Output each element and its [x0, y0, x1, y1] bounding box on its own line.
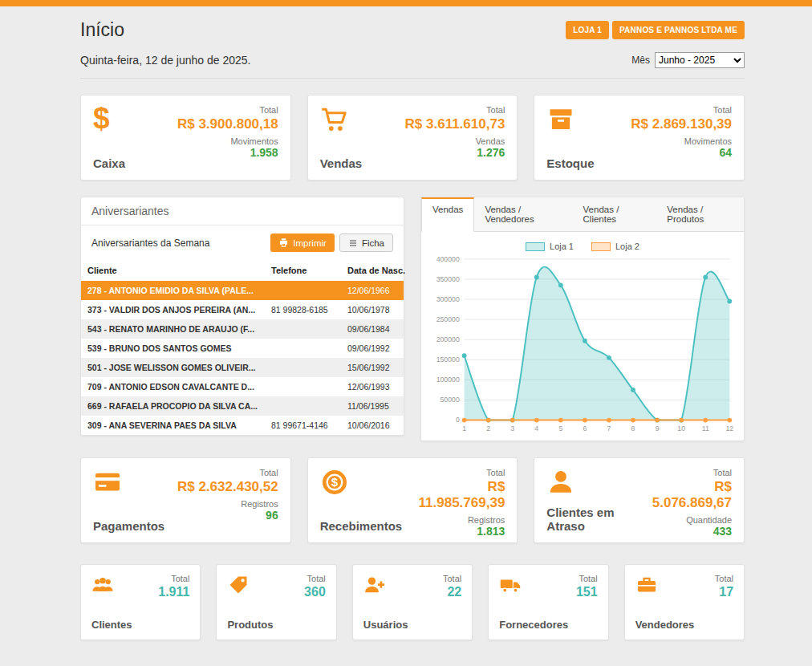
- caixa-total-label: Total: [177, 105, 278, 115]
- usuarios-label: Usuários: [363, 619, 408, 631]
- clientes-atraso-label: Clientes em Atraso: [546, 506, 643, 533]
- tab-vendas[interactable]: Vendas: [421, 197, 474, 232]
- vendas-count-label: Vendas: [405, 136, 505, 146]
- birthdays-table: Cliente Telefone Data de Nasc. 278 - ANT…: [81, 260, 404, 435]
- svg-text:2: 2: [486, 424, 490, 432]
- recebimentos-card: $ Recebimentos Total R$ 11.985.769,39 Re…: [307, 457, 518, 543]
- clientes-atraso-count-value: 433: [643, 525, 732, 538]
- table-row[interactable]: 539 - BRUNO DOS SANTOS GOMES 09/06/1992: [81, 339, 404, 358]
- legend-label-loja2: Loja 2: [615, 242, 639, 251]
- table-row[interactable]: 709 - ANTONIO EDSON CAVALCANTE D... 12/0…: [81, 377, 404, 396]
- vendas-card: Vendas Total R$ 3.611.610,73 Vendas 1.27…: [307, 95, 518, 181]
- list-icon: [348, 238, 358, 248]
- ficha-button[interactable]: Ficha: [339, 234, 393, 252]
- usuarios-total-value: 22: [443, 585, 461, 599]
- legend-item-loja1[interactable]: Loja 1: [526, 242, 574, 251]
- svg-text:200000: 200000: [436, 335, 460, 343]
- summary-cards-row: $ Caixa Total R$ 3.900.800,18 Movimentos…: [80, 95, 745, 181]
- truck-icon: [499, 574, 522, 596]
- col-cliente: Cliente: [81, 260, 265, 281]
- chart-tabs: Vendas Vendas / Vendedores Vendas / Clie…: [421, 197, 744, 232]
- legend-item-loja2[interactable]: Loja 2: [591, 242, 639, 251]
- svg-text:11: 11: [702, 424, 709, 432]
- page-header: Início LOJA 1 PANNOS E PANNOS LTDA ME: [80, 19, 745, 41]
- vendas-label: Vendas: [320, 156, 363, 170]
- sales-chart-panel: Vendas Vendas / Vendedores Vendas / Clie…: [420, 197, 745, 441]
- svg-text:5: 5: [558, 424, 562, 432]
- table-header-row: Cliente Telefone Data de Nasc.: [81, 260, 404, 281]
- usuarios-card: Usuários Total 22: [352, 564, 473, 640]
- loja2-swatch-icon: [591, 242, 611, 251]
- birthdays-subtitle: Aniversariantes da Semana: [91, 238, 209, 249]
- table-row[interactable]: 278 - ANTONIO EMIDIO DA SILVA (PALE... 1…: [81, 281, 404, 300]
- tab-vendas-vendedores[interactable]: Vendas / Vendedores: [474, 197, 572, 231]
- birthdays-panel: Aniversariantes Aniversariantes da Seman…: [80, 197, 404, 436]
- svg-text:50000: 50000: [441, 396, 460, 404]
- user-plus-icon: [363, 574, 386, 596]
- store-button[interactable]: LOJA 1: [566, 21, 609, 39]
- pagamentos-count-value: 96: [177, 509, 278, 522]
- svg-text:3: 3: [510, 424, 514, 432]
- pagamentos-total-label: Total: [177, 468, 278, 477]
- table-row[interactable]: 543 - RENATO MARINHO DE ARAUJO (F... 09/…: [81, 319, 404, 339]
- coin-icon: $: [320, 468, 349, 497]
- vendedores-label: Vendedores: [635, 619, 695, 631]
- pagamentos-count-label: Registros: [177, 499, 278, 509]
- dollar-icon: $: [93, 105, 125, 132]
- month-select[interactable]: Junho - 2025: [655, 52, 745, 68]
- svg-text:1: 1: [462, 424, 466, 432]
- legend-label-loja1: Loja 1: [550, 242, 574, 251]
- recebimentos-count-value: 1.813: [402, 525, 505, 538]
- current-date: Quinta-feira, 12 de junho de 2025.: [80, 54, 251, 67]
- recebimentos-label: Recebimentos: [320, 519, 403, 533]
- svg-text:400000: 400000: [436, 255, 460, 263]
- caixa-count-label: Movimentos: [177, 136, 278, 146]
- clientes-atraso-count-label: Quantidade: [643, 515, 732, 525]
- page-title: Início: [80, 19, 124, 41]
- credit-card-icon: [93, 468, 122, 497]
- printer-icon: [278, 238, 289, 248]
- print-button-label: Imprimir: [293, 238, 327, 248]
- usuarios-total-label: Total: [443, 574, 461, 583]
- clientes-atraso-total-label: Total: [643, 468, 732, 477]
- svg-text:150000: 150000: [436, 355, 460, 363]
- svg-text:9: 9: [656, 424, 660, 432]
- coin-dollar-glyph: $: [331, 475, 339, 489]
- svg-text:7: 7: [607, 424, 611, 432]
- svg-text:10: 10: [677, 424, 685, 432]
- print-button[interactable]: Imprimir: [270, 234, 335, 252]
- svg-text:4: 4: [534, 424, 538, 432]
- svg-text:250000: 250000: [436, 315, 460, 323]
- tab-vendas-clientes[interactable]: Vendas / Clientes: [573, 197, 657, 231]
- estoque-total-value: R$ 2.869.130,39: [631, 116, 732, 132]
- fornecedores-label: Fornecedores: [499, 619, 568, 631]
- tab-vendas-produtos[interactable]: Vendas / Produtos: [656, 197, 744, 231]
- entity-cards-row: Clientes Total 1.911 Produtos Total 360: [80, 564, 745, 640]
- produtos-label: Produtos: [227, 619, 273, 631]
- table-row[interactable]: 501 - JOSE WELISSON GOMES OLIVEIR... 15/…: [81, 358, 404, 377]
- col-nascimento: Data de Nasc.: [341, 260, 404, 281]
- table-row[interactable]: 309 - ANA SEVERINA PAES DA SILVA 81 9967…: [81, 416, 404, 435]
- user-icon: [546, 468, 575, 497]
- box-icon: [546, 105, 575, 134]
- fornecedores-total-value: 151: [576, 585, 598, 599]
- clientes-total-value: 1.911: [158, 585, 189, 599]
- company-button[interactable]: PANNOS E PANNOS LTDA ME: [612, 21, 745, 39]
- pagamentos-total-value: R$ 2.632.430,52: [177, 479, 278, 495]
- vendedores-total-label: Total: [715, 574, 733, 583]
- svg-text:12: 12: [725, 424, 733, 432]
- table-row[interactable]: 373 - VALDIR DOS ANJOS PEREIRA (AN... 81…: [81, 300, 404, 319]
- vendedores-total-value: 17: [715, 585, 733, 599]
- table-row[interactable]: 669 - RAFAELA PROCOPIO DA SILVA CA... 11…: [81, 396, 404, 416]
- fornecedores-total-label: Total: [576, 574, 598, 583]
- estoque-total-label: Total: [631, 105, 732, 115]
- clientes-label: Clientes: [91, 619, 132, 631]
- caixa-total-value: R$ 3.900.800,18: [177, 116, 278, 132]
- estoque-count-label: Movimentos: [631, 136, 732, 146]
- clientes-atraso-card: Clientes em Atraso Total R$ 5.076.869,67…: [534, 457, 745, 543]
- pagamentos-label: Pagamentos: [93, 519, 164, 533]
- caixa-card: $ Caixa Total R$ 3.900.800,18 Movimentos…: [80, 95, 291, 181]
- cart-icon: [320, 105, 349, 134]
- estoque-count-value: 64: [631, 146, 732, 159]
- col-telefone: Telefone: [265, 260, 341, 281]
